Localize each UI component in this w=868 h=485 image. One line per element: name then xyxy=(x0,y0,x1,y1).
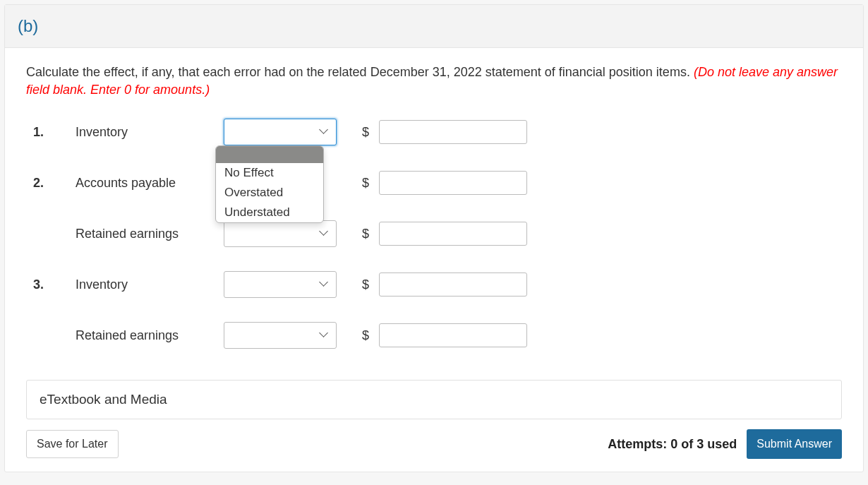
effect-dropdown: No Effect Overstated Understated xyxy=(215,145,324,223)
effect-select-wrap xyxy=(224,220,344,247)
dropdown-option[interactable]: No Effect xyxy=(216,163,323,183)
row-number: 3. xyxy=(33,277,68,292)
footer-row: Save for Later Attempts: 0 of 3 used Sub… xyxy=(26,429,842,459)
effect-select[interactable] xyxy=(224,119,337,145)
answer-grid: 1. Inventory No Effect Overstated Unders… xyxy=(33,119,842,349)
dropdown-option[interactable]: Understated xyxy=(216,203,323,222)
etextbook-link[interactable]: eTextbook and Media xyxy=(26,380,842,419)
chevron-down-icon xyxy=(320,229,329,238)
amount-input[interactable] xyxy=(379,171,527,195)
currency-symbol: $ xyxy=(351,125,372,140)
row-number: 1. xyxy=(33,125,68,140)
effect-select-wrap xyxy=(224,322,344,349)
instruction-text: Calculate the effect, if any, that each … xyxy=(26,64,842,99)
amount-input[interactable] xyxy=(379,120,527,144)
save-for-later-button[interactable]: Save for Later xyxy=(26,430,119,458)
question-card: (b) Calculate the effect, if any, that e… xyxy=(4,4,864,472)
currency-symbol: $ xyxy=(351,176,372,191)
amount-input[interactable] xyxy=(379,222,527,246)
amount-input[interactable] xyxy=(379,273,527,297)
dropdown-option[interactable] xyxy=(216,146,323,163)
effect-select[interactable] xyxy=(224,220,337,247)
effect-select[interactable] xyxy=(224,271,337,298)
row-number: 2. xyxy=(33,176,68,191)
part-label: (b) xyxy=(5,5,863,48)
currency-symbol: $ xyxy=(351,328,372,343)
row-label: Retained earnings xyxy=(76,227,217,241)
dropdown-option[interactable]: Overstated xyxy=(216,183,323,203)
effect-select-wrap xyxy=(224,271,344,298)
effect-select-wrap: No Effect Overstated Understated xyxy=(224,119,344,145)
chevron-down-icon xyxy=(320,331,329,340)
footer-right-group: Attempts: 0 of 3 used Submit Answer xyxy=(608,429,842,459)
row-label: Accounts payable xyxy=(76,176,217,191)
effect-select[interactable] xyxy=(224,322,337,349)
attempts-text: Attempts: 0 of 3 used xyxy=(608,437,737,452)
chevron-down-icon xyxy=(320,128,329,136)
question-body: Calculate the effect, if any, that each … xyxy=(5,48,863,472)
currency-symbol: $ xyxy=(351,277,372,292)
row-label: Retained earnings xyxy=(76,328,217,343)
row-label: Inventory xyxy=(76,277,217,292)
amount-input[interactable] xyxy=(379,323,527,347)
currency-symbol: $ xyxy=(351,227,372,241)
row-label: Inventory xyxy=(76,125,217,140)
submit-answer-button[interactable]: Submit Answer xyxy=(747,429,842,459)
chevron-down-icon xyxy=(320,280,329,289)
instruction-main: Calculate the effect, if any, that each … xyxy=(26,65,694,79)
